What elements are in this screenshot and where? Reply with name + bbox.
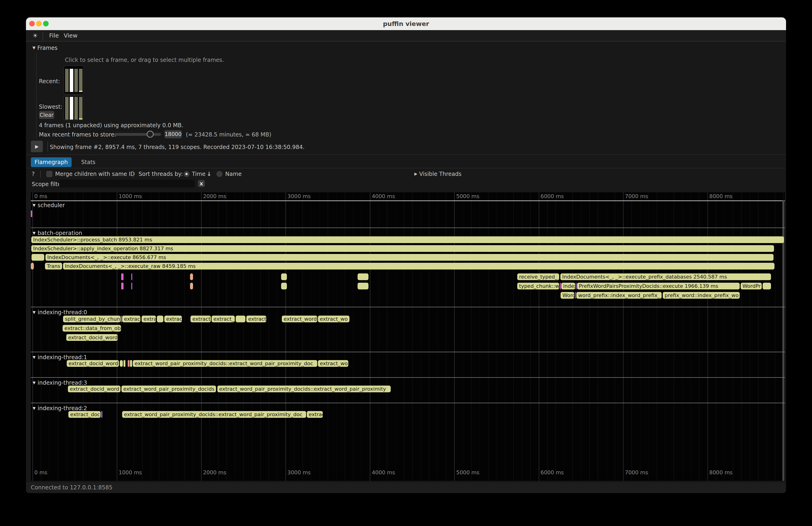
axis-tick-label: 2000 ms (203, 469, 226, 476)
flame-scope-bar-small[interactable] (121, 283, 124, 289)
menu-view[interactable]: View (64, 30, 77, 41)
flame-scope-bar[interactable]: extrac (307, 411, 323, 418)
frame-thumbnail-recent[interactable] (63, 65, 84, 94)
sort-time-radio[interactable] (184, 171, 190, 177)
sort-name-radio[interactable] (216, 171, 222, 177)
window-title: puffin viewer (26, 17, 786, 30)
thread-header-indexing-thread:2[interactable]: ▼indexing-thread:2 (33, 405, 87, 411)
flame-scope-bar[interactable]: extract_ (212, 316, 235, 322)
flame-scope-bar-small[interactable] (157, 316, 163, 322)
flame-scope-bar[interactable]: extrac (164, 316, 182, 322)
flame-scope-bar-small[interactable] (358, 274, 368, 280)
flame-scope-bar[interactable]: extract_word_pair_proximity_docids::extr… (133, 360, 317, 367)
flame-scope-bar[interactable]: extract_word_pair_proximity_docids::extr… (217, 385, 391, 392)
flame-scope-bar-small[interactable] (131, 274, 132, 280)
flame-scope-bar-small[interactable] (560, 283, 561, 289)
max-frames-slider[interactable] (114, 133, 161, 136)
merge-children-checkbox[interactable] (46, 171, 53, 177)
flame-scope-bar-small[interactable] (281, 274, 287, 280)
flame-scope-bar-small[interactable] (236, 316, 245, 322)
flame-scope-bar-small[interactable] (130, 360, 132, 367)
clear-filter-button[interactable]: x (198, 180, 205, 187)
flame-scope-bar[interactable]: extract_docid_word (68, 385, 120, 392)
flame-scope-bar-small[interactable] (358, 283, 368, 289)
flame-scope-bar-small[interactable] (575, 292, 576, 299)
flame-scope-bar-small[interactable] (31, 263, 34, 269)
flame-scope-bar-small[interactable] (124, 360, 125, 367)
flame-scope-bar[interactable]: extract_ (190, 316, 211, 322)
zoom-button[interactable] (43, 21, 49, 26)
flame-scope-bar[interactable]: Word (561, 292, 574, 299)
flame-scope-bar[interactable]: prefix_word::index_prefix_wo (663, 292, 740, 299)
close-button[interactable] (29, 21, 35, 26)
flame-scope-bar[interactable]: index (561, 283, 575, 289)
radio-dot (185, 173, 188, 175)
thread-header-indexing-thread:3[interactable]: ▼indexing-thread:3 (33, 380, 87, 386)
flame-scope-bar[interactable]: IndexScheduler>::process_batch 8953.821 … (31, 236, 784, 243)
flame-scope-bar[interactable]: IndexDocuments<_, _>::execute 8656.677 m… (45, 254, 773, 261)
flame-scope-bar[interactable]: word_prefix::index_word_prefix_ (576, 292, 662, 299)
thread-header-indexing-thread:1[interactable]: ▼indexing-thread:1 (33, 354, 87, 361)
frames-collapsible-header[interactable]: ▼Frames (32, 45, 57, 51)
flame-scope-bar-small[interactable] (31, 254, 44, 261)
flame-canvas[interactable]: 0 ms0 ms1000 ms1000 ms2000 ms2000 ms3000… (31, 192, 785, 481)
flame-scope-bar[interactable]: typed_chunk::w (517, 283, 559, 289)
flame-scope-bar[interactable]: PrefixWordPairsProximityDocids::execute … (577, 283, 740, 289)
flame-scope-bar-small[interactable] (190, 283, 193, 289)
flame-scope-bar[interactable]: receive_typed_ (517, 274, 559, 280)
playback-separator (47, 141, 48, 152)
flame-scope-bar-small[interactable] (131, 283, 132, 289)
flame-scope-bar-small[interactable] (120, 360, 123, 367)
thread-header-batch-operation[interactable]: ▼batch-operation (33, 230, 82, 236)
flame-scope-bar[interactable]: extract_docid_word (67, 360, 119, 367)
flame-scope-bar[interactable]: IndexScheduler>::apply_index_operation 8… (31, 245, 774, 252)
flame-scope-bar[interactable]: extract (122, 316, 141, 322)
visible-threads-collapsible[interactable]: ▶Visible Threads (414, 171, 462, 177)
flame-scope-bar[interactable]: WordPr (741, 283, 762, 289)
separator (26, 155, 786, 155)
flame-scope-bar[interactable]: extract_doc (68, 411, 101, 418)
flame-scope-bar[interactable]: extract (246, 316, 266, 322)
frame-thumbnail-slowest[interactable] (63, 96, 84, 120)
scope-filter-input[interactable] (59, 179, 195, 188)
flame-scope-bar[interactable]: extra (142, 316, 156, 322)
flame-scope-bar-small[interactable] (128, 360, 130, 367)
flame-scope-bar-small[interactable] (121, 274, 124, 280)
flame-scope-bar[interactable]: extract_wo (318, 316, 349, 322)
flame-scope-bar-small[interactable] (576, 283, 577, 289)
menu-file[interactable]: File (49, 30, 59, 41)
flame-scope-bar[interactable]: extract_word (282, 316, 317, 322)
tab-stats[interactable]: Stats (78, 157, 99, 167)
max-frames-value[interactable]: 18000 (164, 130, 182, 138)
flame-scope-bar[interactable]: IndexDocuments<_, _>::execute_raw 8459.1… (63, 263, 774, 269)
flame-scope-bar-small[interactable] (31, 210, 32, 217)
sort-name-label[interactable]: Name (225, 171, 242, 177)
recent-frames-label: Recent: (39, 78, 60, 85)
flame-scope-bar-small[interactable] (121, 316, 122, 322)
thread-header-scheduler[interactable]: ▼scheduler (33, 202, 65, 208)
theme-sun-icon[interactable]: ☀ (31, 31, 39, 40)
tab-flamegraph[interactable]: Flamegraph (31, 157, 72, 167)
minimize-button[interactable] (36, 21, 42, 26)
flame-scope-bar-small[interactable] (190, 274, 193, 280)
flame-scope-bar-small[interactable] (281, 283, 287, 289)
play-button[interactable]: ▶ (31, 141, 43, 152)
flame-scope-bar[interactable]: extract::data_from_ob (62, 325, 121, 332)
flame-scope-bar[interactable]: extract_wo (318, 360, 348, 367)
flame-scope-bar[interactable]: extract_docid_word (66, 334, 118, 341)
flame-scope-bar[interactable]: extract_word_pair_proximity_docids (121, 385, 216, 392)
flame-scope-bar[interactable]: IndexDocuments<_, _>::execute_prefix_dat… (560, 274, 771, 280)
max-frames-slider-handle[interactable] (147, 131, 154, 138)
controls-separator (40, 170, 41, 178)
flame-scope-bar[interactable]: split_grenad_by_chun (63, 316, 120, 322)
thread-header-indexing-thread:0[interactable]: ▼indexing-thread:0 (33, 309, 87, 316)
axis-tick-label: 3000 ms (287, 193, 310, 199)
flame-scope-bar-small[interactable] (763, 283, 771, 289)
flame-scope-bar[interactable]: extract_word_pair_proximity_docids::extr… (122, 411, 306, 418)
sort-time-label[interactable]: Time (192, 171, 205, 177)
sort-direction-arrow-icon[interactable]: ↓ (207, 171, 211, 177)
flame-scope-bar-small[interactable] (101, 411, 102, 418)
flame-scope-bar[interactable]: Trans (45, 263, 62, 269)
clear-frames-button[interactable]: Clear (39, 111, 54, 119)
help-button[interactable]: ? (32, 171, 35, 177)
